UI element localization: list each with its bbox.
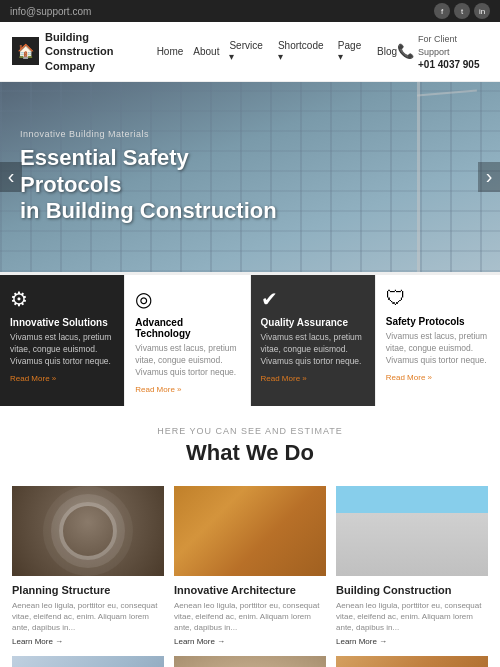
portfolio-item-arch: Innovative Architecture Aenean leo ligul… <box>174 486 326 647</box>
feature-quality: ✔ Quality Assurance Vivamus est lacus, p… <box>251 275 376 406</box>
logo-text: Building ConstructionCompany <box>45 30 157 73</box>
phone-block: 📞 For Client Support +01 4037 905 <box>397 33 488 69</box>
header: 🏠 Building ConstructionCompany Home Abou… <box>0 22 500 82</box>
technology-desc: Vivamus est lacus, pretium vitae, congue… <box>135 343 239 379</box>
linkedin-icon[interactable]: in <box>474 3 490 19</box>
portfolio-item-const: Building Construction Aenean leo ligula,… <box>336 486 488 647</box>
quality-icon: ✔ <box>261 287 365 311</box>
what-we-do-header: HERE YOU CAN SEE AND ESTIMATE What We Do <box>0 406 500 476</box>
section-title: What We Do <box>10 440 490 466</box>
portfolio-grid: Planning Structure Aenean leo ligula, po… <box>0 476 500 667</box>
portfolio-link-planning[interactable]: Learn More <box>12 637 164 646</box>
phone-number[interactable]: +01 4037 905 <box>418 59 488 70</box>
feature-innovative: ⚙ Innovative Solutions Vivamus est lacus… <box>0 275 125 406</box>
portfolio-img-planning2 <box>12 656 164 667</box>
phone-label: For Client Support <box>418 33 488 58</box>
portfolio-title-arch: Innovative Architecture <box>174 584 326 596</box>
safety-title: Safety Protocols <box>386 316 490 327</box>
portfolio-title-planning: Planning Structure <box>12 584 164 596</box>
portfolio-desc-const: Aenean leo ligula, porttitor eu, consequ… <box>336 600 488 634</box>
twitter-icon[interactable]: t <box>454 3 470 19</box>
portfolio-link-const[interactable]: Learn More <box>336 637 488 646</box>
phone-icon: 📞 <box>397 43 414 59</box>
facebook-icon[interactable]: f <box>434 3 450 19</box>
innovative-icon: ⚙ <box>10 287 114 311</box>
feature-technology: ◎ Advanced Technology Vivamus est lacus,… <box>125 275 250 406</box>
nav-shortcode[interactable]: Shortcode ▾ <box>278 40 328 62</box>
quality-link[interactable]: Read More » <box>261 374 307 383</box>
feature-safety: 🛡 Safety Protocols Vivamus est lacus, pr… <box>376 275 500 406</box>
safety-desc: Vivamus est lacus, pretium vitae, congue… <box>386 331 490 367</box>
hero-title: Essential Safety Protocolsin Building Co… <box>20 145 280 224</box>
portfolio-desc-planning: Aenean leo ligula, porttitor eu, consequ… <box>12 600 164 634</box>
portfolio-img-const <box>336 486 488 576</box>
technology-link[interactable]: Read More » <box>135 385 181 394</box>
logo-icon: 🏠 <box>12 37 39 65</box>
crane-decoration <box>417 82 420 272</box>
hero-content: Innovative Building Materials Essential … <box>0 109 300 244</box>
top-bar: info@support.com f t in <box>0 0 500 22</box>
hero-next-button[interactable]: › <box>478 162 500 192</box>
section-sublabel: HERE YOU CAN SEE AND ESTIMATE <box>10 426 490 436</box>
email-link[interactable]: info@support.com <box>10 6 91 17</box>
safety-icon: 🛡 <box>386 287 490 310</box>
portfolio-img-planning <box>12 486 164 576</box>
portfolio-title-const: Building Construction <box>336 584 488 596</box>
main-nav: Home About Service ▾ Shortcode ▾ Page ▾ … <box>157 40 397 62</box>
hero-prev-button[interactable]: ‹ <box>0 162 22 192</box>
logo[interactable]: 🏠 Building ConstructionCompany <box>12 30 157 73</box>
hero-label: Innovative Building Materials <box>20 129 280 139</box>
innovative-title: Innovative Solutions <box>10 317 114 328</box>
hero-section: Innovative Building Materials Essential … <box>0 82 500 272</box>
portfolio-item-tower: Building Construction Aenean leo ligula,… <box>336 656 488 667</box>
nav-about[interactable]: About <box>193 46 219 57</box>
quality-title: Quality Assurance <box>261 317 365 328</box>
portfolio-item-stairs: Innovative Architecture Aenean leo ligul… <box>174 656 326 667</box>
portfolio-item-planning: Planning Structure Aenean leo ligula, po… <box>12 486 164 647</box>
portfolio-link-arch[interactable]: Learn More <box>174 637 326 646</box>
nav-home[interactable]: Home <box>157 46 184 57</box>
portfolio-img-stairs <box>174 656 326 667</box>
technology-icon: ◎ <box>135 287 239 311</box>
portfolio-item-planning2: Planning Structure Aenean leo ligula, po… <box>12 656 164 667</box>
nav-blog[interactable]: Blog <box>377 46 397 57</box>
innovative-link[interactable]: Read More » <box>10 374 56 383</box>
social-links: f t in <box>434 3 490 19</box>
technology-title: Advanced Technology <box>135 317 239 339</box>
portfolio-desc-arch: Aenean leo ligula, porttitor eu, consequ… <box>174 600 326 634</box>
portfolio-img-arch <box>174 486 326 576</box>
nav-service[interactable]: Service ▾ <box>229 40 267 62</box>
features-section: ⚙ Innovative Solutions Vivamus est lacus… <box>0 272 500 406</box>
nav-page[interactable]: Page ▾ <box>338 40 367 62</box>
safety-link[interactable]: Read More » <box>386 373 432 382</box>
quality-desc: Vivamus est lacus, pretium vitae, congue… <box>261 332 365 368</box>
innovative-desc: Vivamus est lacus, pretium vitae, congue… <box>10 332 114 368</box>
portfolio-img-tower <box>336 656 488 667</box>
